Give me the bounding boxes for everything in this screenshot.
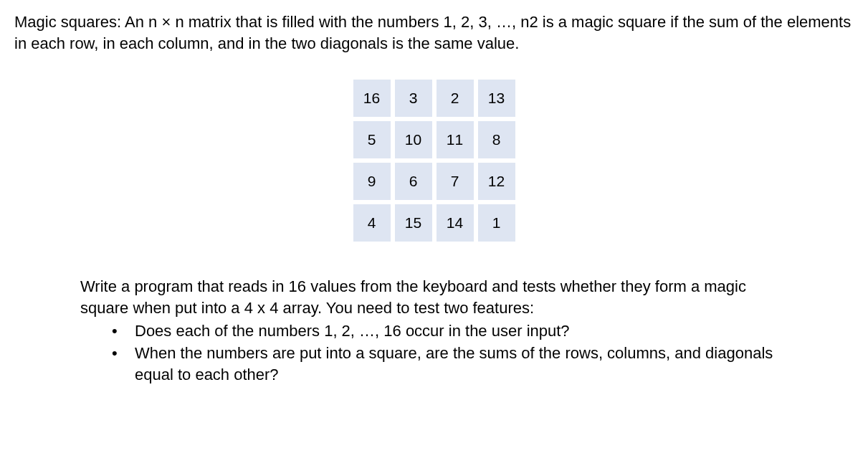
cell: 3 (395, 80, 432, 117)
cell: 8 (478, 121, 515, 158)
cell: 10 (395, 121, 432, 158)
cell: 9 (353, 163, 391, 200)
cell: 1 (478, 204, 515, 242)
cell: 16 (353, 80, 391, 117)
cell: 6 (395, 163, 432, 200)
cell: 2 (437, 80, 474, 117)
cell: 13 (478, 80, 515, 117)
task-bullet: When the numbers are put into a square, … (112, 343, 775, 385)
cell: 12 (478, 163, 515, 200)
cell: 14 (437, 204, 474, 242)
task-section: Write a program that reads in 16 values … (14, 276, 854, 385)
cell: 15 (395, 204, 432, 242)
task-bullet: Does each of the numbers 1, 2, …, 16 occ… (112, 320, 775, 342)
cell: 4 (353, 204, 391, 242)
cell: 7 (437, 163, 474, 200)
task-intro: Write a program that reads in 16 values … (80, 276, 775, 318)
magic-square-grid: 16 3 2 13 5 10 11 8 9 6 7 12 4 15 14 1 (353, 80, 515, 242)
intro-paragraph: Magic squares: An n × n matrix that is f… (14, 11, 854, 54)
cell: 5 (353, 121, 391, 158)
cell: 11 (437, 121, 474, 158)
task-bullet-list: Does each of the numbers 1, 2, …, 16 occ… (80, 320, 775, 386)
matrix-container: 16 3 2 13 5 10 11 8 9 6 7 12 4 15 14 1 (14, 80, 854, 242)
